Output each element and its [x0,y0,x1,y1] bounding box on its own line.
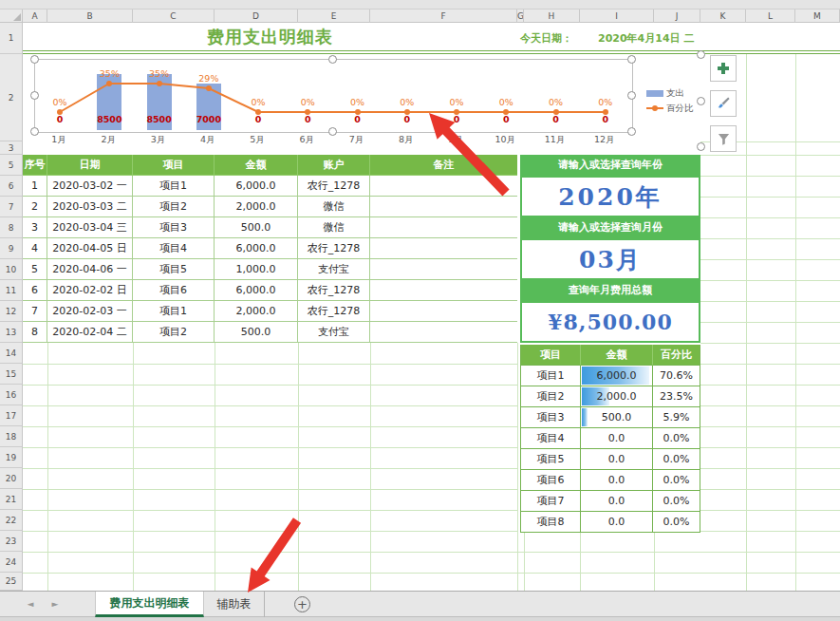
summary-pct[interactable]: 5.9% [653,407,700,428]
cell-amount[interactable]: 2,000.0 [215,301,298,322]
cell-date[interactable]: 2020-02-02 日 [47,280,133,301]
chart-filters-button[interactable] [710,125,737,152]
select-all-corner[interactable] [0,9,23,23]
summary-amount[interactable]: 2,000.0 [581,386,653,407]
expense-chart[interactable]: 00%850035%850035%700029%00%00%00%00%00%0… [28,54,700,148]
cell-note[interactable] [370,176,517,197]
cell-note[interactable] [370,301,517,322]
cell-date[interactable]: 2020-03-04 三 [47,217,133,238]
selection-handle[interactable] [697,142,705,151]
row-header-13[interactable]: 13 [0,322,23,343]
cell-no[interactable]: 5 [23,259,47,280]
selection-handle[interactable] [328,55,337,64]
cell-no[interactable]: 2 [23,197,47,217]
cell-account[interactable]: 农行_1278 [298,280,370,301]
selection-handle[interactable] [697,50,705,59]
cell-account[interactable]: 微信 [298,197,370,217]
summary-item[interactable]: 项目6 [520,470,581,491]
cell-amount[interactable]: 6,000.0 [215,238,298,259]
cell-date[interactable]: 2020-03-02 一 [47,176,133,197]
summary-header-pct[interactable]: 百分比 [653,345,700,366]
selection-handle[interactable] [30,55,39,64]
cell-item[interactable]: 项目2 [133,197,215,217]
cell-item[interactable]: 项目1 [133,176,215,197]
summary-pct[interactable]: 23.5% [653,386,700,407]
row-header-23[interactable]: 23 [0,531,23,552]
cell-item[interactable]: 项目5 [133,259,215,280]
row-header-12[interactable]: 12 [0,301,23,322]
cell-note[interactable] [370,238,517,259]
cell-amount[interactable]: 2,000.0 [215,197,298,217]
cell-item[interactable]: 项目2 [133,322,215,343]
row-header-22[interactable]: 22 [0,510,23,531]
cell-item[interactable]: 项目1 [133,301,215,322]
cell-item[interactable]: 项目6 [133,280,215,301]
cell-no[interactable]: 1 [23,176,47,197]
cell-account[interactable]: 支付宝 [298,259,370,280]
summary-amount[interactable]: 500.0 [581,407,653,428]
selection-handle[interactable] [697,97,705,105]
tab-helper-sheet[interactable]: 辅助表 [204,592,265,617]
selection-handle[interactable] [328,127,337,136]
row-header-24[interactable]: 24 [0,552,23,573]
row-header-20[interactable]: 20 [0,468,23,489]
cell-amount[interactable]: 6,000.0 [215,280,298,301]
summary-pct[interactable]: 0.0% [653,491,700,512]
summary-pct[interactable]: 0.0% [653,428,700,449]
col-header-account[interactable]: 账户 [298,155,370,176]
summary-amount[interactable]: 0.0 [581,470,653,491]
cell-no[interactable]: 4 [23,238,47,259]
cell-item[interactable]: 项目4 [133,238,215,259]
summary-pct[interactable]: 0.0% [653,512,700,533]
summary-item[interactable]: 项目1 [520,366,581,386]
line-marker[interactable] [157,81,162,86]
new-sheet-button[interactable]: + [294,596,310,612]
summary-amount[interactable]: 6,000.0 [581,366,653,386]
column-header-G[interactable]: G [517,9,524,23]
cell-note[interactable] [370,217,517,238]
row-header-17[interactable]: 17 [0,405,23,426]
today-date-value[interactable]: 2020年4月14日 二 [598,29,731,48]
cell-account[interactable]: 微信 [298,217,370,238]
row-header-15[interactable]: 15 [0,364,23,385]
row-header-11[interactable]: 11 [0,280,23,301]
row-header-9[interactable]: 9 [0,238,23,259]
cell-note[interactable] [370,197,517,217]
row-header-14[interactable]: 14 [0,343,23,364]
row-header-2[interactable]: 2 [0,54,23,141]
column-header-F[interactable]: F [370,9,517,23]
row-header-10[interactable]: 10 [0,259,23,280]
cell-date[interactable]: 2020-02-03 一 [47,301,133,322]
column-header-M[interactable]: M [795,9,840,23]
cell-note[interactable] [370,259,517,280]
cell-no[interactable]: 7 [23,301,47,322]
tab-scroll-left-icon[interactable]: ◄ [21,592,40,617]
column-header-A[interactable]: A [23,9,47,23]
selection-handle[interactable] [627,127,636,136]
cell-amount[interactable]: 500.0 [215,322,298,343]
cell-date[interactable]: 2020-04-05 日 [47,238,133,259]
cell-account[interactable]: 农行_1278 [298,176,370,197]
row-header-3[interactable]: 3 [0,141,23,155]
summary-amount[interactable]: 0.0 [581,428,653,449]
query-year-input[interactable]: 2020年 [520,176,700,217]
column-header-E[interactable]: E [298,9,370,23]
summary-item[interactable]: 项目7 [520,491,581,512]
summary-amount[interactable]: 0.0 [581,512,653,533]
column-header-D[interactable]: D [215,9,298,23]
summary-amount[interactable]: 0.0 [581,449,653,470]
row-header-5[interactable]: 5 [0,155,23,176]
line-marker[interactable] [106,81,112,86]
line-marker[interactable] [206,85,212,91]
row-header-18[interactable]: 18 [0,426,23,447]
selection-handle[interactable] [30,127,39,136]
summary-pct[interactable]: 0.0% [653,449,700,470]
summary-item[interactable]: 项目5 [520,449,581,470]
cell-date[interactable]: 2020-03-03 二 [47,197,133,217]
row-header-21[interactable]: 21 [0,489,23,510]
column-header-K[interactable]: K [700,9,746,23]
chart-styles-button[interactable] [710,90,737,117]
summary-pct[interactable]: 0.0% [653,470,700,491]
row-header-16[interactable]: 16 [0,385,23,405]
selection-handle[interactable] [30,91,39,100]
